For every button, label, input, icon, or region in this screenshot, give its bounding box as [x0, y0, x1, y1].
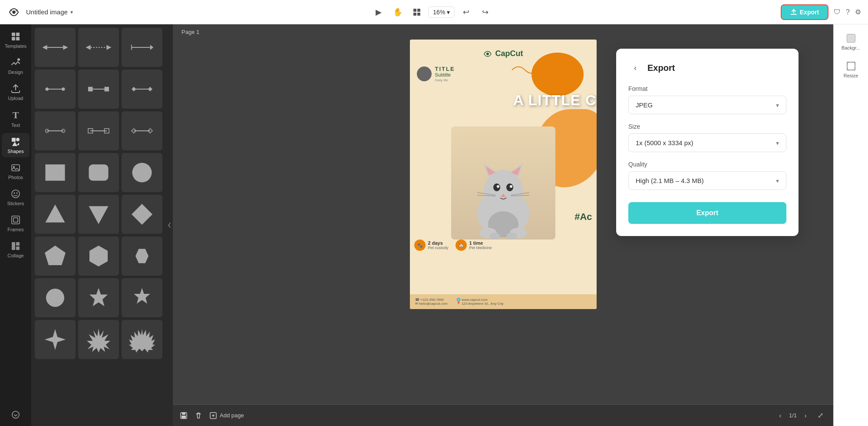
svg-point-33 — [62, 87, 65, 91]
shape-circle-outline[interactable] — [35, 278, 76, 317]
shape-star5[interactable] — [122, 278, 162, 317]
shape-line-circle[interactable] — [35, 70, 76, 109]
shape-line-square-outline[interactable] — [78, 111, 119, 150]
svg-rect-6 — [12, 33, 15, 36]
svg-marker-54 — [132, 204, 152, 225]
sidebar-item-shapes[interactable]: Shapes — [2, 133, 30, 157]
shape-arrow-lr[interactable] — [35, 28, 76, 67]
title-area[interactable]: Untitled image ▾ — [26, 8, 73, 16]
export-panel-title: Export — [647, 63, 675, 73]
hand-tool-button[interactable]: ✋ — [390, 4, 406, 20]
canvas-document[interactable]: CapCut TITLE Subtitle Daily life A LITTL… — [410, 40, 597, 309]
sidebar-item-text[interactable]: T Text — [2, 106, 30, 131]
grid-view-button[interactable] — [409, 4, 425, 20]
help-icon[interactable]: ? — [846, 8, 850, 16]
quality-value: High (2.1 MB – 4.3 MB) — [636, 177, 704, 184]
shape-line-diamond[interactable] — [122, 70, 162, 109]
svg-point-83 — [489, 233, 500, 240]
sidebar-item-templates[interactable]: Templates — [2, 28, 30, 52]
redo-button[interactable]: ↪ — [477, 4, 493, 20]
main-content: Templates Design Upload T Text — [0, 24, 868, 426]
svg-point-71 — [493, 183, 500, 191]
svg-point-72 — [506, 183, 513, 191]
shape-line-square[interactable] — [78, 70, 119, 109]
svg-rect-50 — [89, 164, 109, 181]
svg-rect-7 — [16, 33, 20, 36]
shape-hexagon[interactable] — [78, 236, 119, 276]
export-panel: ‹ Export Format JPEG ▾ Size 1x (5000 x 3… — [616, 49, 799, 236]
sidebar-item-design[interactable]: Design — [2, 54, 30, 78]
export-button[interactable]: Export — [781, 4, 828, 20]
shape-star6[interactable] — [78, 278, 119, 317]
left-sidebar: Templates Design Upload T Text — [0, 24, 31, 426]
panel-collapse-handle[interactable] — [166, 24, 173, 426]
quality-label: Quality — [628, 161, 786, 168]
add-page-button[interactable]: Add page — [209, 412, 244, 419]
sidebar-stickers-label: Stickers — [7, 201, 24, 206]
sidebar-item-photos[interactable]: Photos — [2, 159, 30, 183]
export-back-button[interactable]: ‹ — [628, 61, 642, 75]
shape-starburst2[interactable] — [122, 320, 162, 359]
settings-icon[interactable]: ⚙ — [855, 8, 861, 16]
export-action-button[interactable]: Export — [628, 202, 786, 224]
save-page-button[interactable] — [180, 412, 188, 419]
right-tool-resize-label: Resize — [844, 73, 858, 78]
right-tool-resize[interactable]: Resize — [837, 57, 865, 82]
svg-marker-52 — [46, 205, 65, 223]
svg-point-73 — [497, 185, 499, 188]
sidebar-item-collage[interactable]: Collage — [2, 237, 30, 262]
next-page-button[interactable]: › — [800, 410, 811, 421]
zoom-control[interactable]: 16% ▾ — [428, 7, 455, 18]
right-tool-background[interactable]: Backgr... — [837, 30, 865, 54]
size-select[interactable]: 1x (5000 x 3334 px) ▾ — [628, 133, 786, 152]
quality-field: Quality High (2.1 MB – 4.3 MB) ▾ — [628, 161, 786, 190]
svg-marker-38 — [132, 87, 136, 92]
shapes-grid — [35, 28, 162, 359]
play-button[interactable]: ▶ — [371, 4, 386, 20]
shape-triangle[interactable] — [35, 195, 76, 234]
shape-circle[interactable] — [122, 153, 162, 192]
delete-page-button[interactable] — [195, 412, 202, 419]
svg-rect-3 — [417, 9, 420, 12]
svg-point-66 — [484, 170, 523, 213]
shape-line-circle-outline[interactable] — [35, 111, 76, 150]
shape-diamond[interactable] — [122, 195, 162, 234]
canvas-page-label: Page 1 — [173, 24, 833, 40]
svg-rect-9 — [16, 37, 20, 40]
undo-button[interactable]: ↩ — [458, 4, 474, 20]
sidebar-text-label: Text — [11, 123, 20, 128]
topbar: Untitled image ▾ ▶ ✋ 16% ▾ ↩ ↪ Export 🛡 … — [0, 0, 868, 24]
shape-arrow-dotted[interactable] — [78, 28, 119, 67]
shape-triangle-inverted[interactable] — [78, 195, 119, 234]
svg-marker-29 — [150, 45, 154, 50]
sidebar-templates-label: Templates — [5, 43, 26, 49]
svg-point-32 — [46, 87, 49, 91]
svg-marker-62 — [87, 329, 110, 353]
sidebar-item-stickers[interactable]: Stickers — [2, 185, 30, 210]
sidebar-expand-button[interactable] — [2, 407, 30, 423]
svg-marker-59 — [89, 288, 108, 306]
logo-icon[interactable] — [7, 5, 21, 19]
shape-arrow-blocked[interactable] — [122, 28, 162, 67]
size-label: Size — [628, 123, 786, 130]
sidebar-item-upload[interactable]: Upload — [2, 80, 30, 104]
shape-star4[interactable] — [35, 320, 76, 359]
shape-rounded-rect[interactable] — [78, 153, 119, 192]
svg-marker-63 — [129, 329, 155, 353]
format-select[interactable]: JPEG ▾ — [628, 96, 786, 114]
shape-pentagon[interactable] — [35, 236, 76, 276]
quality-select[interactable]: High (2.1 MB – 4.3 MB) ▾ — [628, 171, 786, 190]
shape-line-diamond-outline[interactable] — [122, 111, 162, 150]
expand-button[interactable]: ⤢ — [814, 409, 826, 422]
svg-rect-86 — [182, 413, 185, 415]
prev-page-button[interactable]: ‹ — [775, 410, 785, 421]
svg-point-25 — [12, 411, 19, 418]
shape-hexagon2[interactable] — [122, 236, 162, 276]
svg-marker-14 — [17, 143, 19, 145]
sidebar-item-frames[interactable]: Frames — [2, 211, 30, 236]
svg-rect-2 — [413, 9, 416, 12]
shape-rect[interactable] — [35, 153, 76, 192]
svg-marker-61 — [45, 329, 66, 350]
svg-rect-87 — [182, 416, 186, 418]
shape-starburst[interactable] — [78, 320, 119, 359]
